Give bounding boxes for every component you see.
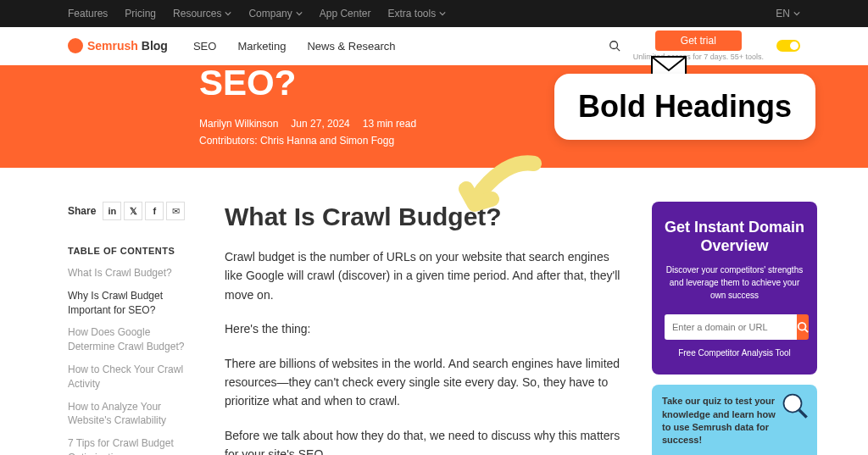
paragraph: There are billions of websites in the wo… [225, 354, 622, 411]
magnifier-icon [781, 391, 810, 421]
main-content: Share in 𝕏 f ✉ TABLE OF CONTENTS What Is… [0, 168, 868, 455]
callout-bold-headings: Bold Headings [554, 74, 815, 140]
lang-selector[interactable]: EN [776, 8, 800, 19]
logo[interactable]: Semrush Blog [68, 38, 168, 53]
toc-item[interactable]: How to Check Your Crawl Activity [68, 363, 195, 391]
svg-line-4 [805, 330, 809, 333]
arrow-icon [458, 155, 542, 214]
nav-app-center[interactable]: App Center [320, 8, 371, 19]
svg-line-6 [799, 410, 807, 418]
paragraph: Crawl budget is the number of URLs on yo… [225, 247, 622, 304]
share-row: Share in 𝕏 f ✉ [68, 202, 195, 220]
read-time: 13 min read [363, 118, 416, 130]
toc-title: TABLE OF CONTENTS [68, 246, 195, 256]
toc-item[interactable]: 7 Tips for Crawl Budget Optimization [68, 436, 195, 455]
link-seo[interactable]: SEO [193, 40, 216, 53]
logo-text: Semrush Blog [87, 39, 168, 53]
share-icons: in 𝕏 f ✉ [103, 202, 185, 220]
widget-link[interactable]: Free Competitor Analysis Tool [665, 348, 804, 358]
sidebar-left: Share in 𝕏 f ✉ TABLE OF CONTENTS What Is… [68, 202, 195, 455]
link-marketing[interactable]: Marketing [237, 40, 286, 53]
logo-icon [68, 38, 83, 53]
svg-point-3 [798, 323, 806, 330]
x-icon[interactable]: 𝕏 [124, 202, 142, 220]
author: Marilyn Wilkinson [199, 118, 278, 130]
facebook-icon[interactable]: f [145, 202, 164, 220]
nav-extra-tools[interactable]: Extra tools [387, 8, 446, 19]
chevron-down-icon [296, 10, 303, 17]
article-body: What Is Crawl Budget? Crawl budget is th… [225, 202, 622, 455]
email-icon[interactable]: ✉ [166, 202, 185, 220]
sub-nav-links: SEO Marketing News & Research [193, 40, 396, 53]
toc-item[interactable]: Why Is Crawl Budget Important for SEO? [68, 289, 195, 318]
publish-date: Jun 27, 2024 [291, 118, 349, 130]
search-icon[interactable] [609, 40, 620, 52]
svg-point-0 [609, 42, 617, 49]
svg-point-5 [784, 395, 802, 413]
toc-item[interactable]: What Is Crawl Budget? [68, 266, 195, 280]
toc-item[interactable]: How Does Google Determine Crawl Budget? [68, 325, 195, 354]
sub-nav-left: Semrush Blog SEO Marketing News & Resear… [68, 38, 396, 53]
sub-nav: Semrush Blog SEO Marketing News & Resear… [0, 27, 868, 65]
chevron-down-icon [225, 10, 231, 17]
nav-company[interactable]: Company [248, 8, 302, 19]
quiz-widget[interactable]: Take our quiz to test your knowledge and… [652, 385, 817, 455]
domain-input[interactable] [665, 314, 797, 340]
share-label: Share [68, 205, 96, 217]
widget-title: Get Instant Domain Overview [665, 219, 804, 255]
sub-nav-right: Get trial Unlimited access for 7 days. 5… [609, 31, 800, 61]
sidebar-right: Get Instant Domain Overview Discover you… [652, 202, 817, 455]
nav-resources[interactable]: Resources [173, 8, 231, 19]
top-nav-left: Features Pricing Resources Company App C… [68, 8, 446, 19]
nav-pricing[interactable]: Pricing [125, 8, 156, 19]
nav-features[interactable]: Features [68, 8, 108, 19]
linkedin-icon[interactable]: in [103, 202, 121, 220]
chevron-down-icon [439, 10, 446, 17]
heading-what-is: What Is Crawl Budget? [225, 202, 622, 232]
widget-desc: Discover your competitors' strengths and… [665, 264, 804, 302]
chevron-down-icon [793, 10, 800, 17]
paragraph: Before we talk about how they do that, w… [225, 426, 622, 455]
domain-overview-widget: Get Instant Domain Overview Discover you… [652, 202, 817, 375]
svg-line-1 [616, 48, 620, 52]
paragraph: Here's the thing: [225, 319, 622, 338]
domain-search-button[interactable] [797, 314, 809, 340]
hero: SEO? Marilyn Wilkinson Jun 27, 2024 13 m… [0, 65, 868, 168]
domain-search [665, 314, 804, 340]
quiz-prompt: Take our quiz to test your knowledge and… [662, 396, 776, 445]
search-icon [797, 321, 809, 333]
toc-item[interactable]: How to Analyze Your Website's Crawlabili… [68, 400, 195, 429]
link-news[interactable]: News & Research [307, 40, 395, 53]
top-nav: Features Pricing Resources Company App C… [0, 0, 868, 27]
theme-toggle[interactable] [776, 40, 800, 52]
